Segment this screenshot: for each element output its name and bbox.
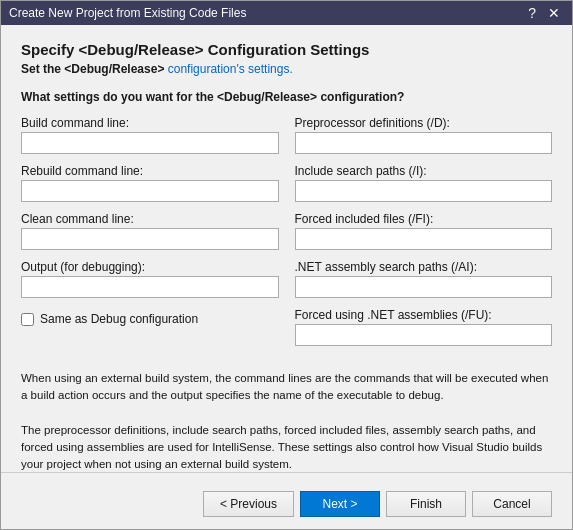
subheading-prefix: Set the bbox=[21, 62, 64, 76]
clean-command-input[interactable] bbox=[21, 228, 279, 250]
include-paths-group: Include search paths (/I): bbox=[295, 164, 553, 202]
footer-divider bbox=[1, 472, 572, 473]
forced-includes-group: Forced included files (/FI): bbox=[295, 212, 553, 250]
left-column: Build command line: Rebuild command line… bbox=[21, 116, 279, 350]
forced-includes-input[interactable] bbox=[295, 228, 553, 250]
preprocessor-group: Preprocessor definitions (/D): bbox=[295, 116, 553, 154]
close-button[interactable]: ✕ bbox=[544, 6, 564, 20]
question-prefix: What settings do you want for the bbox=[21, 90, 217, 104]
build-command-input[interactable] bbox=[21, 132, 279, 154]
same-as-debug-row: Same as Debug configuration bbox=[21, 312, 279, 326]
info-text-1: When using an external build system, the… bbox=[21, 370, 552, 405]
content-area: Specify <Debug/Release> Configuration Se… bbox=[1, 25, 572, 472]
dotnet-assembly-input[interactable] bbox=[295, 276, 553, 298]
page-heading: Specify <Debug/Release> Configuration Se… bbox=[21, 41, 552, 58]
dialog-title: Create New Project from Existing Code Fi… bbox=[9, 6, 246, 20]
forced-includes-label: Forced included files (/FI): bbox=[295, 212, 553, 226]
rebuild-command-label: Rebuild command line: bbox=[21, 164, 279, 178]
question-text: What settings do you want for the <Debug… bbox=[21, 90, 552, 104]
include-paths-label: Include search paths (/I): bbox=[295, 164, 553, 178]
page-subheading: Set the <Debug/Release> configuration's … bbox=[21, 62, 552, 76]
preprocessor-label: Preprocessor definitions (/D): bbox=[295, 116, 553, 130]
forced-using-input[interactable] bbox=[295, 324, 553, 346]
forced-using-label: Forced using .NET assemblies (/FU): bbox=[295, 308, 553, 322]
dotnet-assembly-group: .NET assembly search paths (/AI): bbox=[295, 260, 553, 298]
forced-using-group: Forced using .NET assemblies (/FU): bbox=[295, 308, 553, 346]
build-command-label: Build command line: bbox=[21, 116, 279, 130]
same-as-debug-checkbox[interactable] bbox=[21, 313, 34, 326]
title-bar-buttons: ? ✕ bbox=[524, 6, 564, 20]
subheading-link[interactable]: configuration's settings. bbox=[168, 62, 293, 76]
form-area: Build command line: Rebuild command line… bbox=[21, 116, 552, 350]
rebuild-command-input[interactable] bbox=[21, 180, 279, 202]
dialog: Create New Project from Existing Code Fi… bbox=[0, 0, 573, 530]
include-paths-input[interactable] bbox=[295, 180, 553, 202]
question-bold: <Debug/Release> bbox=[217, 90, 317, 104]
title-bar: Create New Project from Existing Code Fi… bbox=[1, 1, 572, 25]
finish-button[interactable]: Finish bbox=[386, 491, 466, 517]
previous-button[interactable]: < Previous bbox=[203, 491, 294, 517]
subheading-bold: <Debug/Release> bbox=[64, 62, 164, 76]
rebuild-command-group: Rebuild command line: bbox=[21, 164, 279, 202]
footer: < Previous Next > Finish Cancel bbox=[1, 483, 572, 529]
info-text-2: The preprocessor definitions, include se… bbox=[21, 422, 552, 472]
question-suffix: configuration? bbox=[317, 90, 404, 104]
info-section: When using an external build system, the… bbox=[21, 370, 552, 472]
dotnet-assembly-label: .NET assembly search paths (/AI): bbox=[295, 260, 553, 274]
right-column: Preprocessor definitions (/D): Include s… bbox=[295, 116, 553, 350]
clean-command-group: Clean command line: bbox=[21, 212, 279, 250]
preprocessor-input[interactable] bbox=[295, 132, 553, 154]
clean-command-label: Clean command line: bbox=[21, 212, 279, 226]
output-input[interactable] bbox=[21, 276, 279, 298]
build-command-group: Build command line: bbox=[21, 116, 279, 154]
help-button[interactable]: ? bbox=[524, 6, 540, 20]
output-group: Output (for debugging): bbox=[21, 260, 279, 298]
next-button[interactable]: Next > bbox=[300, 491, 380, 517]
cancel-button[interactable]: Cancel bbox=[472, 491, 552, 517]
output-label: Output (for debugging): bbox=[21, 260, 279, 274]
same-as-debug-label: Same as Debug configuration bbox=[40, 312, 198, 326]
